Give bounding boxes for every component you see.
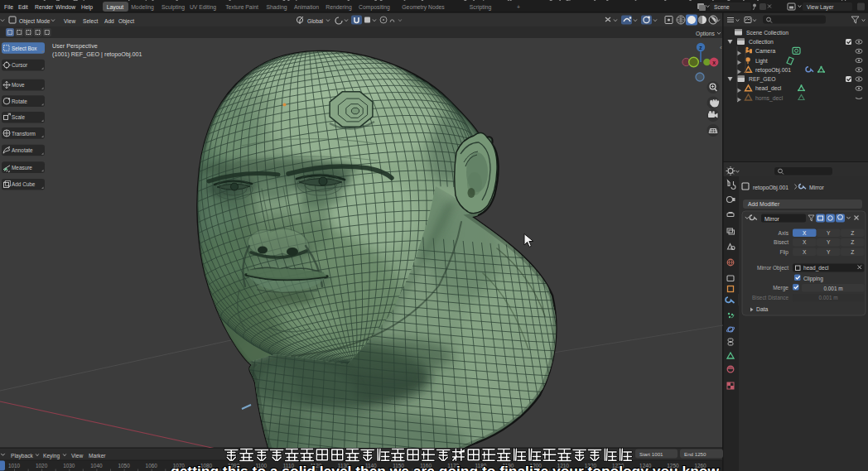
svg-text:Options: Options (696, 31, 715, 37)
svg-text:Bisect: Bisect (774, 239, 788, 245)
svg-text:X: X (803, 239, 807, 245)
svg-text:Y: Y (827, 239, 831, 245)
svg-text:0.001 m: 0.001 m (818, 295, 837, 300)
svg-text:1020: 1020 (36, 463, 48, 469)
svg-text:Animation: Animation (294, 4, 319, 10)
svg-text:Flip: Flip (779, 249, 788, 256)
svg-text:Layout: Layout (107, 4, 124, 11)
svg-text:Cursor: Cursor (12, 62, 28, 68)
svg-text:Help: Help (81, 4, 93, 11)
svg-text:Sculpting: Sculpting (162, 4, 185, 11)
svg-text:Transform: Transform (12, 131, 36, 137)
svg-text:Playback: Playback (11, 453, 33, 459)
svg-text:Keying: Keying (43, 453, 60, 459)
svg-text:Texture Paint: Texture Paint (225, 4, 258, 10)
svg-text:Clipping: Clipping (803, 276, 823, 282)
svg-text:Z: Z (851, 230, 854, 236)
svg-text:Move: Move (12, 82, 25, 88)
svg-text:‹: ‹ (720, 44, 722, 51)
svg-text:1010: 1010 (8, 463, 21, 469)
svg-text:Y: Y (827, 230, 831, 236)
svg-text:Shading: Shading (267, 4, 287, 11)
svg-text:Scale: Scale (12, 114, 25, 120)
svg-text:REF_GEO: REF_GEO (749, 76, 775, 83)
svg-text:Mirror Object: Mirror Object (757, 265, 788, 272)
svg-text:End 1250: End 1250 (684, 451, 706, 457)
svg-text:User Perspective: User Perspective (52, 42, 98, 50)
svg-text:Scene Collection: Scene Collection (746, 30, 788, 36)
svg-text:head_decl: head_decl (803, 265, 829, 272)
svg-text:Marker: Marker (89, 453, 106, 459)
svg-text:retopoObj.001: retopoObj.001 (753, 185, 788, 191)
svg-text:Object Mode: Object Mode (19, 18, 51, 25)
svg-text:Start 1001: Start 1001 (639, 451, 663, 457)
svg-text:Axis: Axis (779, 230, 789, 236)
svg-text:X: X (803, 230, 807, 236)
svg-text:Light: Light (755, 58, 768, 65)
svg-text:Edit: Edit (18, 4, 28, 10)
svg-text:Add: Add (104, 18, 114, 24)
svg-text:Y: Y (827, 249, 831, 255)
svg-text:Camera: Camera (755, 48, 775, 54)
svg-text:Modeling: Modeling (131, 4, 154, 11)
svg-text:UV Editing: UV Editing (190, 4, 216, 11)
svg-text:getting this to a solid level: getting this to a solid level then we ar… (171, 463, 719, 471)
svg-text:Object: Object (118, 18, 134, 25)
svg-text:(1001) REF_GEO | retopoObj.001: (1001) REF_GEO | retopoObj.001 (52, 50, 142, 58)
svg-text:Geometry Nodes: Geometry Nodes (402, 4, 445, 11)
svg-text:1050: 1050 (118, 463, 130, 469)
svg-text:Measure: Measure (12, 165, 32, 171)
svg-text:Add Cube: Add Cube (12, 181, 36, 187)
svg-text:Scene: Scene (714, 4, 730, 10)
svg-text:Z: Z (851, 249, 854, 255)
svg-text:Annotate: Annotate (12, 147, 33, 153)
svg-text:0.001 m: 0.001 m (823, 286, 842, 291)
svg-text:Global: Global (307, 18, 324, 24)
svg-text:Compositing: Compositing (359, 4, 390, 11)
svg-text:Rotate: Rotate (12, 99, 27, 104)
svg-text:Select Box: Select Box (12, 46, 37, 51)
svg-text:Z: Z (851, 239, 854, 245)
svg-text:Add Modifier: Add Modifier (748, 201, 780, 207)
svg-text:File: File (4, 4, 13, 10)
svg-text:Merge: Merge (773, 285, 788, 291)
svg-text:retopoObj.001: retopoObj.001 (755, 67, 791, 74)
svg-text:Data: Data (756, 306, 769, 312)
svg-text:horns_decl: horns_decl (755, 95, 784, 102)
svg-text:View Layer: View Layer (807, 4, 834, 11)
svg-text:View: View (71, 453, 83, 459)
svg-text:Render: Render (35, 4, 54, 10)
svg-text:Bisect Distance: Bisect Distance (752, 295, 788, 300)
svg-text:+: + (517, 4, 520, 10)
svg-text:1040: 1040 (90, 463, 103, 469)
svg-text:Mirror: Mirror (764, 216, 779, 222)
svg-text:Window: Window (55, 4, 75, 10)
svg-text:1030: 1030 (63, 463, 75, 469)
svg-text:View: View (64, 18, 75, 24)
svg-text:head_decl: head_decl (755, 85, 782, 92)
svg-text:Mirror: Mirror (809, 185, 824, 190)
svg-text:Rendering: Rendering (326, 4, 352, 11)
svg-text:Scripting: Scripting (470, 4, 492, 11)
svg-text:X: X (712, 60, 716, 65)
svg-text:1060: 1060 (146, 463, 158, 469)
svg-text:Select: Select (83, 18, 98, 24)
svg-text:X: X (803, 249, 807, 255)
svg-text:Collection: Collection (749, 39, 774, 45)
